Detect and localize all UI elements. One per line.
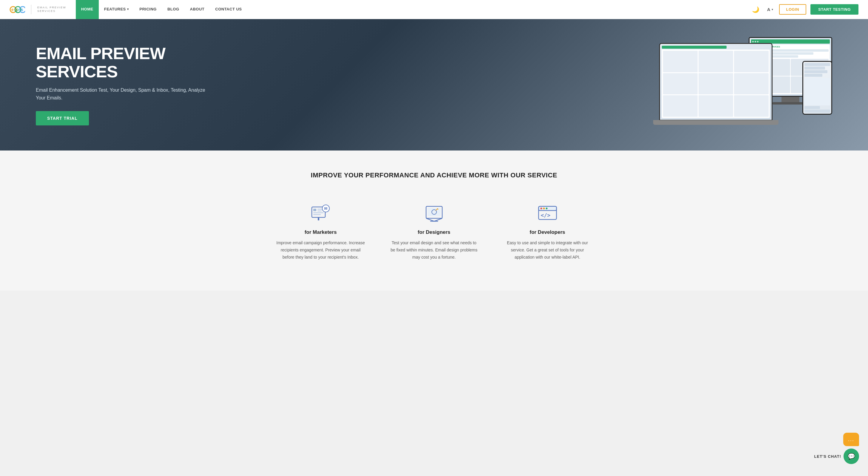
devices-wrapper: EMAIL PREVIEW SERVICES xyxy=(659,37,832,132)
logo-divider xyxy=(31,5,31,14)
moon-icon: 🌙 xyxy=(752,6,760,13)
feature-card-marketers: ✉ for Marketers Improve email campaign p… xyxy=(270,197,371,267)
developers-icon: </> xyxy=(536,203,559,224)
tablet-device xyxy=(802,61,832,115)
svg-rect-11 xyxy=(313,214,321,215)
nav-pricing[interactable]: PRICING xyxy=(134,0,162,19)
logo-area: e p s EMAIL PREVIEW SERVICES xyxy=(9,4,66,15)
hero-image: EMAIL PREVIEW SERVICES xyxy=(215,37,832,132)
features-section: IMPROVE YOUR PERFORMANCE AND ACHIEVE MOR… xyxy=(0,150,868,291)
developers-description: Easy to use and simple to integrate with… xyxy=(503,239,592,261)
svg-rect-14 xyxy=(318,217,319,220)
marketers-heading: for Marketers xyxy=(276,229,366,235)
svg-point-27 xyxy=(546,208,548,209)
hero-subtitle: Email Enhancement Solution Test, Your De… xyxy=(36,86,215,101)
svg-rect-9 xyxy=(317,211,322,211)
marketers-icon: ✉ xyxy=(309,203,333,224)
svg-rect-16 xyxy=(428,208,441,216)
hero-title: EMAIL PREVIEW SERVICES xyxy=(36,44,215,81)
features-chevron-icon: ▾ xyxy=(127,7,129,11)
nav-features[interactable]: FEATURES ▾ xyxy=(99,0,134,19)
svg-rect-7 xyxy=(313,209,316,211)
nav-blog[interactable]: BLOG xyxy=(162,0,185,19)
dark-mode-toggle[interactable]: 🌙 xyxy=(750,5,761,14)
login-button[interactable]: LOGIN xyxy=(779,4,807,14)
nav-about[interactable]: ABOUT xyxy=(185,0,210,19)
svg-point-26 xyxy=(543,208,545,209)
nav-contact[interactable]: CONTACT US xyxy=(210,0,247,19)
feature-card-designers: for Designers Test your email design and… xyxy=(383,197,485,267)
features-grid: ✉ for Marketers Improve email campaign p… xyxy=(270,197,598,267)
eps-logo-icon: e p s xyxy=(9,4,25,15)
svg-text:✉: ✉ xyxy=(324,206,327,211)
translate-button[interactable]: A ▾ xyxy=(765,6,775,13)
logo-text: EMAIL PREVIEW SERVICES xyxy=(37,6,66,13)
svg-text:e: e xyxy=(11,7,14,12)
marketers-description: Improve email campaign performance. Incr… xyxy=(276,239,366,261)
start-trial-button[interactable]: START TRIAL xyxy=(36,111,89,125)
monitor-stand xyxy=(781,97,799,103)
laptop-device xyxy=(659,43,773,121)
hero-section: EMAIL PREVIEW SERVICES Email Enhancement… xyxy=(0,19,868,150)
svg-point-25 xyxy=(540,208,542,209)
svg-rect-10 xyxy=(313,212,323,213)
svg-text:s: s xyxy=(21,7,23,12)
navbar: e p s EMAIL PREVIEW SERVICES HOME FEATUR… xyxy=(0,0,868,19)
main-nav: HOME FEATURES ▾ PRICING BLOG ABOUT CONTA… xyxy=(76,0,750,19)
translate-icon: A xyxy=(767,7,770,12)
designers-description: Test your email design and see what need… xyxy=(390,239,479,261)
translate-chevron-icon: ▾ xyxy=(772,8,773,11)
features-title: IMPROVE YOUR PERFORMANCE AND ACHIEVE MOR… xyxy=(18,171,850,179)
svg-text:p: p xyxy=(16,7,19,12)
designers-heading: for Designers xyxy=(390,229,479,235)
nav-right: 🌙 A ▾ LOGIN START TESTING xyxy=(750,4,859,14)
svg-line-17 xyxy=(426,218,434,221)
svg-line-18 xyxy=(434,218,442,221)
hero-content: EMAIL PREVIEW SERVICES Email Enhancement… xyxy=(36,44,215,125)
developers-heading: for Developers xyxy=(503,229,592,235)
svg-text:</>: </> xyxy=(541,212,551,218)
start-testing-button[interactable]: START TESTING xyxy=(810,4,859,14)
designers-icon xyxy=(422,203,446,224)
laptop-base xyxy=(653,120,778,125)
nav-home[interactable]: HOME xyxy=(76,0,99,19)
feature-card-developers: </> for Developers Easy to use and simpl… xyxy=(497,197,598,267)
